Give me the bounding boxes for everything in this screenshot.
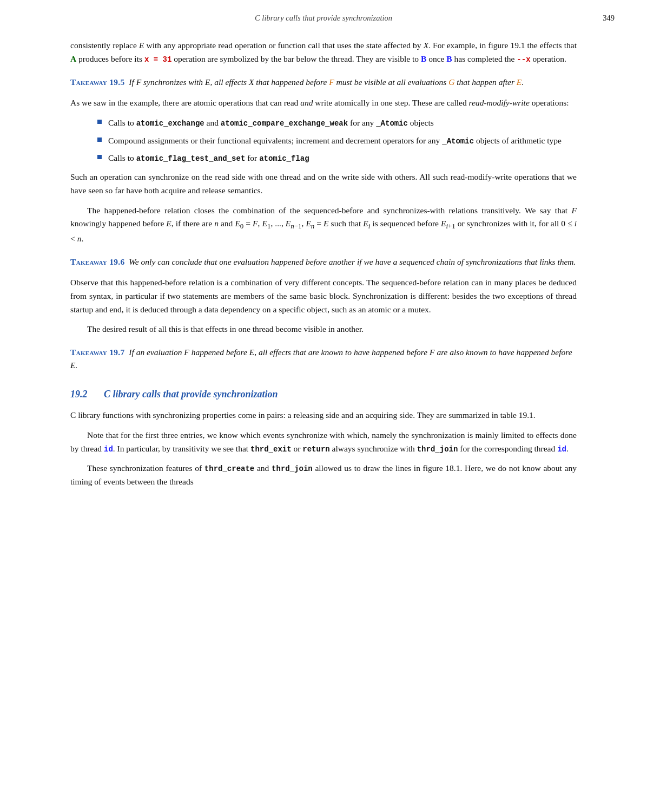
- paragraph-1: consistently replace E with any appropri…: [70, 39, 577, 66]
- paragraph-observe: Observe that this happened-before relati…: [70, 276, 577, 316]
- paragraph-192-1: C library functions with synchronizing p…: [70, 409, 577, 422]
- list-item: Calls to atomic_flag_test_and_set for at…: [97, 152, 577, 165]
- bullet-content-1: Calls to atomic_exchange and atomic_comp…: [108, 116, 577, 130]
- bullet-icon: [97, 120, 102, 124]
- list-item: Calls to atomic_exchange and atomic_comp…: [97, 116, 577, 130]
- page-number: 349: [603, 12, 615, 24]
- main-content: consistently replace E with any appropri…: [0, 29, 647, 517]
- page-header-title: C library calls that provide synchroniza…: [32, 12, 615, 24]
- section-number: 19.2: [70, 387, 96, 402]
- paragraph-desired: The desired result of all this is that e…: [70, 323, 577, 336]
- paragraph-192-2: Note that for the first three entries, w…: [70, 429, 577, 456]
- bullet-icon: [97, 155, 102, 159]
- section-192-heading: 19.2 C library calls that provide synchr…: [70, 387, 577, 402]
- takeaway-195: Takeaway 19.5 If F synchronizes with E, …: [70, 76, 577, 89]
- takeaway-197-label: Takeaway 19.7: [70, 348, 125, 357]
- section-title: C library calls that provide synchroniza…: [104, 387, 278, 402]
- page-header: C library calls that provide synchroniza…: [0, 0, 647, 29]
- list-item: Compound assignments or their functional…: [97, 134, 577, 148]
- paragraph-atomic: As we saw in the example, there are atom…: [70, 96, 577, 110]
- takeaway-196-label: Takeaway 19.6: [70, 257, 125, 266]
- takeaway-196: Takeaway 19.6 We only can conclude that …: [70, 256, 577, 269]
- takeaway-195-body: If F synchronizes with E, all effects X …: [127, 77, 524, 87]
- paragraph-happened-before: The happened-before relation closes the …: [70, 204, 577, 246]
- takeaway-195-label: Takeaway 19.5: [70, 77, 125, 87]
- bullet-icon: [97, 137, 102, 142]
- bullet-list: Calls to atomic_exchange and atomic_comp…: [97, 116, 577, 165]
- takeaway-197-body: If an evaluation F happened before E, al…: [70, 348, 572, 370]
- page: C library calls that provide synchroniza…: [0, 0, 647, 812]
- paragraph-sync: Such an operation can synchronize on the…: [70, 171, 577, 198]
- bullet-content-3: Calls to atomic_flag_test_and_set for at…: [108, 152, 577, 165]
- takeaway-197: Takeaway 19.7 If an evaluation F happene…: [70, 346, 577, 372]
- takeaway-196-body: We only can conclude that one evaluation…: [127, 257, 576, 266]
- bullet-content-2: Compound assignments or their functional…: [108, 134, 577, 148]
- paragraph-192-3: These synchronization features of thrd_c…: [70, 462, 577, 489]
